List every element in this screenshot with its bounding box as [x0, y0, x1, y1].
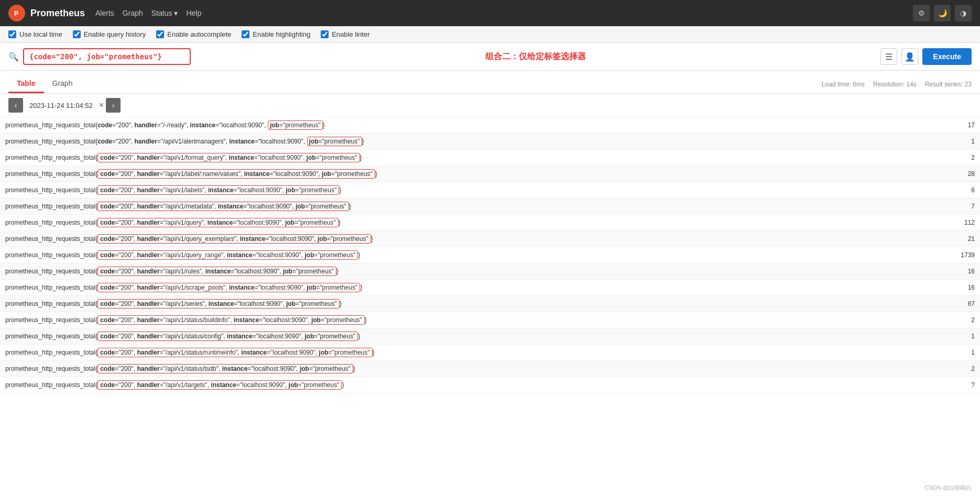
table-row: prometheus_http_requests_total{code="200…	[0, 263, 980, 280]
results-container: prometheus_http_requests_total{code="200…	[0, 117, 980, 393]
prometheus-logo-icon: P	[8, 5, 25, 21]
table-row: prometheus_http_requests_total{code="200…	[0, 361, 980, 377]
labels-highlighted-range: code="200", handler="/api/v1/query_exemp…	[97, 234, 371, 244]
metric-value: 2	[906, 361, 980, 377]
metric-name: prometheus_http_requests_total	[5, 219, 95, 226]
tab-graph[interactable]: Graph	[44, 75, 81, 93]
metric-name: prometheus_http_requests_total	[5, 235, 95, 243]
metric-name: prometheus_http_requests_total	[5, 186, 95, 194]
metric-value: ?	[906, 377, 980, 393]
label-close: }	[323, 122, 325, 129]
toolbar: Use local time Enable query history Enab…	[0, 26, 980, 43]
table-row: prometheus_http_requests_total{code="200…	[0, 215, 980, 231]
metric-name: prometheus_http_requests_total	[5, 333, 95, 340]
query-history-icon[interactable]: ☰	[880, 48, 897, 65]
label-close: }	[342, 381, 344, 389]
metric-labels-cell: prometheus_http_requests_total{code="200…	[0, 117, 906, 134]
query-input-wrapper[interactable]: {code="200", job="prometheus"}	[23, 48, 191, 65]
enable-highlighting-label: Enable highlighting	[253, 30, 310, 38]
metric-value: 1739	[906, 247, 980, 263]
use-local-time-checkbox[interactable]	[8, 30, 16, 38]
labels-highlighted-range: code="200", handler="/api/v1/query", ins…	[97, 218, 339, 227]
metric-labels-cell: prometheus_http_requests_total{code="200…	[0, 182, 906, 199]
metric-labels-cell: prometheus_http_requests_total{code="200…	[0, 377, 906, 393]
labels-highlighted-range: code="200", handler="/api/v1/status/conf…	[97, 332, 358, 341]
table-row: prometheus_http_requests_total{code="200…	[0, 231, 980, 247]
table-row: prometheus_http_requests_total{code="200…	[0, 166, 980, 182]
metric-name: prometheus_http_requests_total	[5, 284, 95, 291]
result-series: Result series: 23	[925, 81, 972, 88]
metric-labels-cell: prometheus_http_requests_total{code="200…	[0, 312, 906, 328]
time-next-button[interactable]: ›	[106, 98, 121, 113]
time-prev-button[interactable]: ‹	[8, 98, 23, 113]
nav-status[interactable]: Status ▾	[151, 9, 178, 17]
labels-highlighted-range: code="200", handler="/api/v1/targets", i…	[97, 380, 342, 390]
enable-linter-label: Enable linter	[332, 30, 369, 38]
label-close: }	[358, 251, 360, 259]
metric-explorer-icon[interactable]: 👤	[901, 48, 918, 65]
label-close: }	[349, 203, 351, 210]
metric-labels-cell: prometheus_http_requests_total{code="200…	[0, 361, 906, 377]
metric-labels-cell: prometheus_http_requests_total{code="200…	[0, 199, 906, 215]
metric-value: 16	[906, 280, 980, 296]
labels-highlighted-range: code="200", handler="/api/v1/status/tsdb…	[97, 364, 353, 373]
navbar-logo: P Prometheus	[8, 5, 85, 21]
tab-meta: Load time: 6ms Resolution: 14s Result se…	[822, 81, 972, 88]
theme-button[interactable]: 🌙	[934, 5, 951, 21]
labels-highlighted-range: code="200", handler="/api/v1/format_quer…	[97, 153, 360, 162]
nav-alerts[interactable]: Alerts	[95, 9, 114, 17]
metric-name: prometheus_http_requests_total	[5, 170, 95, 178]
toolbar-enable-query-history[interactable]: Enable query history	[73, 30, 146, 38]
labels-highlighted-range: code="200", handler="/api/v1/status/runt…	[97, 348, 372, 357]
metric-name: prometheus_http_requests_total	[5, 154, 95, 161]
tab-bar: Table Graph Load time: 6ms Resolution: 1…	[0, 71, 980, 94]
navbar-actions: ⚙ 🌙 ◑	[913, 5, 972, 21]
tab-table[interactable]: Table	[8, 75, 44, 93]
toolbar-enable-highlighting[interactable]: Enable highlighting	[242, 30, 310, 38]
table-row: prometheus_http_requests_total{code="200…	[0, 199, 980, 215]
table-row: prometheus_http_requests_total{code="200…	[0, 345, 980, 361]
labels-highlighted-range: code="200", handler="/api/v1/rules", ins…	[97, 267, 336, 276]
labels-highlighted-range: code="200", handler="/api/v1/series", in…	[97, 299, 340, 308]
time-close-button[interactable]: ×	[99, 101, 104, 110]
enable-query-history-label: Enable query history	[84, 30, 146, 38]
labels-highlighted-range: code="200", handler="/api/v1/status/buil…	[97, 315, 365, 325]
metric-value: 1	[906, 345, 980, 361]
search-right-icons: ☰ 👤 Execute	[880, 48, 972, 65]
job-label-highlighted: job="prometheus"	[268, 120, 323, 130]
labels-highlighted-range: code="200", handler="/api/v1/query_range…	[97, 250, 358, 260]
metric-name: prometheus_http_requests_total	[5, 300, 95, 307]
labels-highlighted-range: code="200", handler="/api/v1/label/:name…	[97, 169, 375, 179]
toolbar-use-local-time[interactable]: Use local time	[8, 30, 62, 38]
label-close: }	[362, 138, 364, 145]
nav-graph[interactable]: Graph	[123, 9, 143, 17]
nav-help[interactable]: Help	[186, 9, 201, 17]
instance-label: instance="localhost:9090",	[229, 138, 307, 145]
table-row: prometheus_http_requests_total{code="200…	[0, 134, 980, 150]
metric-labels-cell: prometheus_http_requests_total{code="200…	[0, 345, 906, 361]
labels-highlighted-range: code="200", handler="/api/v1/scrape_pool…	[97, 283, 360, 292]
table-row: prometheus_http_requests_total{code="200…	[0, 150, 980, 166]
metric-name: prometheus_http_requests_total	[5, 316, 95, 324]
contrast-button[interactable]: ◑	[955, 5, 972, 21]
navbar-links: Alerts Graph Status ▾ Help	[95, 9, 201, 17]
enable-linter-checkbox[interactable]	[321, 30, 329, 38]
metric-value: 21	[906, 231, 980, 247]
enable-query-history-checkbox[interactable]	[73, 30, 81, 38]
settings-button[interactable]: ⚙	[913, 5, 930, 21]
metric-value: 1	[906, 134, 980, 150]
metric-value: 2	[906, 150, 980, 166]
toolbar-enable-autocomplete[interactable]: Enable autocomplete	[156, 30, 231, 38]
toolbar-enable-linter[interactable]: Enable linter	[321, 30, 369, 38]
execute-button[interactable]: Execute	[922, 48, 972, 65]
table-row: prometheus_http_requests_total{code="200…	[0, 247, 980, 263]
enable-autocomplete-checkbox[interactable]	[156, 30, 164, 38]
label-close: }	[360, 284, 362, 291]
metric-labels-cell: prometheus_http_requests_total{code="200…	[0, 231, 906, 247]
table-row: prometheus_http_requests_total{code="200…	[0, 182, 980, 199]
labels-highlighted-range: code="200", handler="/api/v1/labels", in…	[97, 185, 339, 195]
label-close: }	[340, 300, 342, 307]
metric-name: prometheus_http_requests_total	[5, 349, 95, 356]
label-close: }	[353, 365, 355, 372]
enable-highlighting-checkbox[interactable]	[242, 30, 249, 38]
